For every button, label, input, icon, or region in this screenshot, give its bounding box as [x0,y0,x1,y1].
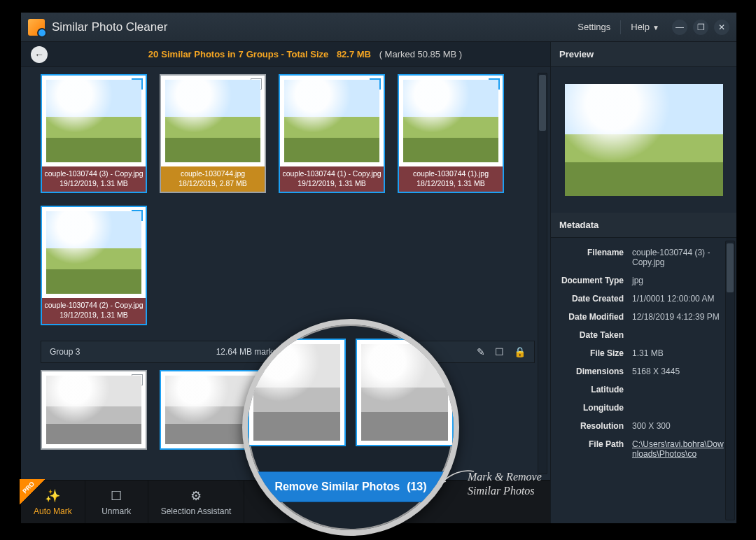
thumb-filename: couple-1030744.jpg [162,169,263,179]
thumb-image [280,76,384,166]
side-panel: Preview Metadata Filenamecouple-1030744 … [551,42,736,523]
thumb-caption: couple-1030744 (2) - Copy.jpg 19/12/2019… [42,298,146,323]
thumb-image [42,76,146,166]
meta-key: Filename [556,248,632,267]
summary-marked: ( Marked 50.85 MB ) [379,49,463,59]
help-label: Help [631,22,650,32]
scrollbar-thumb[interactable] [539,75,546,131]
photo-thumb[interactable]: ✔ couple-1030744 (2) - Copy.jpg 19/12/20… [41,206,147,325]
meta-value: 1.31 MB [632,348,724,358]
callout-text: Mark & Remove Similar Photos [468,470,542,498]
meta-key: File Path [556,439,632,459]
meta-value [632,403,724,413]
thumb-meta: 19/12/2019, 1.31 MB [43,179,144,189]
group-2-thumbs: ✔ couple-1030744 (3) - Copy.jpg 19/12/20… [41,74,535,325]
thumb-filename: couple-1030744 (2) - Copy.jpg [43,301,144,311]
thumb-image [399,76,503,166]
thumb-filename: couple-1030744 (3) - Copy.jpg [43,169,144,179]
selection-assistant-button[interactable]: ⚙ Selection Assistant [148,481,245,523]
summary-size: 82.7 MB [337,49,371,59]
preview-header: Preview [551,42,736,67]
meta-key: Dimensions [556,367,632,376]
photo-thumb[interactable]: ✔ couple-1030744 (1).jpg 18/12/2019, 1.3… [398,74,504,193]
pro-label: PRO [21,481,36,495]
thumb-image [161,76,265,166]
thumb-caption: couple-1030744 (3) - Copy.jpg 19/12/2019… [42,166,146,192]
meta-key: Latitude [556,385,632,395]
auto-mark-label: Auto Mark [34,506,72,516]
help-menu[interactable]: Help▼ [624,19,666,35]
callout-line-2: Similar Photos [468,484,542,498]
summary-groups-label: Groups - Total Size [246,49,329,59]
preview-box [551,67,736,213]
settings-link[interactable]: Settings [570,19,617,35]
metadata-panel: Filenamecouple-1030744 (3) - Copy.jpg Do… [551,238,736,523]
thumb-caption: couple-1030744 (1) - Copy.jpg 19/12/2019… [280,166,384,192]
callout-line-1: Mark & Remove [468,470,542,484]
meta-value: couple-1030744 (3) - Copy.jpg [632,248,724,267]
square-icon: ☐ [111,488,122,504]
thumb-meta: 18/12/2019, 2.87 MB [162,179,263,189]
meta-value [632,330,724,340]
remove-label: Remove Similar Photos [274,481,400,493]
thumb-meta: 18/12/2019, 1.31 MB [400,179,501,189]
meta-value: 5168 X 3445 [632,367,724,376]
app-window: Similar Photo Cleaner Settings Help▼ — ❐… [21,13,736,523]
meta-value: 1/1/0001 12:00:00 AM [632,294,724,304]
group-name: Group 3 [50,347,106,357]
app-title: Similar Photo Cleaner [52,20,167,34]
meta-value [632,385,724,395]
meta-value: 300 X 300 [632,421,724,431]
minimize-button[interactable]: — [672,20,687,35]
unmark-button[interactable]: ☐ Unmark [85,481,148,523]
meta-value: 12/18/2019 4:12:39 PM [632,312,724,322]
thumb-meta: 19/12/2019, 1.31 MB [43,311,144,320]
app-logo-icon [28,19,45,36]
titlebar: Similar Photo Cleaner Settings Help▼ — ❐… [21,13,736,42]
preview-image [565,84,723,196]
meta-key: Document Type [556,276,632,285]
thumb-meta: 19/12/2019, 1.31 MB [281,179,382,189]
meta-key: Longitude [556,403,632,413]
lock-icon[interactable]: 🔒 [514,346,526,357]
summary-count-label: Similar Photos in [161,49,235,59]
pro-badge: PRO [20,479,45,504]
gallery-scrollbar[interactable] [538,73,547,474]
magnifier-callout: Remove Similar Photos (13) [242,319,459,536]
maximize-button[interactable]: ❐ [693,20,708,35]
unmark-label: Unmark [102,506,131,516]
thumb-caption: couple-1030744.jpg 18/12/2019, 2.87 MB [161,166,265,192]
separator [620,20,621,34]
metadata-scrollbar[interactable] [725,241,735,520]
meta-value-filepath[interactable]: C:\Users\ravi.bohra\Downloads\Photos\co [632,439,724,459]
thumb-caption: couple-1030744 (1).jpg 18/12/2019, 1.31 … [399,166,503,192]
thumb-image [42,371,146,448]
metadata-header: Metadata [551,213,736,238]
wand-icon: ✨ [45,488,60,504]
remove-count: (13) [407,481,426,493]
meta-key: Date Created [556,294,632,304]
summary-count: 20 [148,49,158,59]
back-button[interactable]: ← [31,46,48,63]
selection-assistant-label: Selection Assistant [161,506,232,516]
remove-similar-button[interactable]: Remove Similar Photos (13) [252,471,449,502]
photo-thumb[interactable] [41,370,147,450]
select-all-checkbox[interactable]: ☐ [495,346,504,357]
summary-bar: ← 20 Similar Photos in 7 Groups - Total … [21,42,550,67]
summary-groups: 7 [239,49,244,59]
close-button[interactable]: ✕ [714,20,729,35]
meta-value: jpg [632,276,724,285]
meta-key: File Size [556,348,632,358]
chevron-down-icon: ▼ [652,24,659,31]
thumb-filename: couple-1030744 (1) - Copy.jpg [281,169,382,179]
scrollbar-thumb[interactable] [727,243,734,292]
photo-thumb[interactable]: ✔ couple-1030744 (1) - Copy.jpg 19/12/20… [279,74,385,193]
meta-key: Date Modified [556,312,632,322]
photo-thumb[interactable]: ✔ couple-1030744 (3) - Copy.jpg 19/12/20… [41,74,147,193]
meta-key: Date Taken [556,330,632,340]
assistant-icon: ⚙ [190,488,202,504]
wand-icon[interactable]: ✎ [477,346,485,357]
meta-key: Resolution [556,421,632,431]
thumb-filename: couple-1030744 (1).jpg [400,169,501,179]
photo-thumb[interactable]: couple-1030744.jpg 18/12/2019, 2.87 MB [160,74,266,193]
